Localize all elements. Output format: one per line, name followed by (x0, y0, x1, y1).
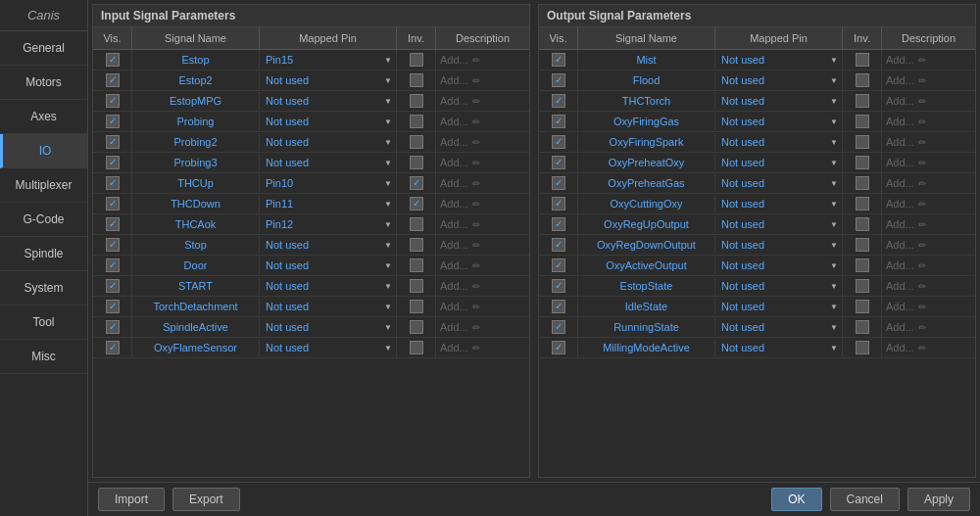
output-inv-checkbox-12[interactable] (856, 300, 869, 313)
input-edit-icon-4[interactable]: ✏ (472, 137, 480, 148)
output-inv-checkbox-6[interactable] (856, 176, 869, 190)
input-vis-checkbox-0[interactable] (106, 53, 120, 67)
sidebar-item-io[interactable]: IO (0, 134, 87, 168)
input-vis-checkbox-12[interactable] (106, 300, 120, 313)
output-inv-checkbox-1[interactable] (856, 73, 869, 87)
output-edit-icon-11[interactable]: ✏ (918, 281, 926, 292)
sidebar-item-misc[interactable]: Misc (0, 340, 87, 374)
input-inv-checkbox-13[interactable] (410, 320, 423, 334)
input-vis-checkbox-11[interactable] (106, 279, 120, 293)
output-pin-select-5[interactable]: Not used (719, 156, 828, 169)
output-vis-checkbox-7[interactable] (552, 197, 565, 211)
input-pin-select-8[interactable]: Pin12 (264, 217, 382, 231)
input-pin-select-4[interactable]: Not used (264, 135, 382, 149)
input-edit-icon-3[interactable]: ✏ (472, 117, 480, 127)
output-inv-checkbox-14[interactable] (856, 341, 869, 354)
sidebar-item-motors[interactable]: Motors (0, 66, 87, 100)
input-edit-icon-6[interactable]: ✏ (472, 178, 480, 189)
apply-button[interactable]: Apply (907, 488, 970, 511)
input-vis-checkbox-14[interactable] (106, 341, 120, 354)
input-vis-checkbox-9[interactable] (106, 238, 120, 252)
output-inv-checkbox-2[interactable] (856, 94, 869, 108)
output-vis-checkbox-3[interactable] (552, 115, 565, 128)
output-edit-icon-14[interactable]: ✏ (918, 343, 926, 353)
output-inv-checkbox-10[interactable] (856, 258, 869, 272)
output-pin-select-7[interactable]: Not used (719, 197, 828, 211)
output-pin-select-3[interactable]: Not used (719, 115, 828, 128)
output-edit-icon-2[interactable]: ✏ (918, 96, 926, 107)
export-button[interactable]: Export (172, 488, 240, 511)
sidebar-item-spindle[interactable]: Spindle (0, 237, 87, 271)
input-inv-checkbox-6[interactable] (410, 176, 423, 190)
output-vis-checkbox-12[interactable] (552, 300, 565, 313)
input-edit-icon-2[interactable]: ✏ (472, 96, 480, 107)
sidebar-item-general[interactable]: General (0, 31, 87, 66)
input-edit-icon-5[interactable]: ✏ (472, 158, 480, 168)
output-inv-checkbox-13[interactable] (856, 320, 869, 334)
input-pin-select-0[interactable]: Pin15 (264, 53, 382, 67)
input-pin-select-6[interactable]: Pin10 (264, 176, 382, 190)
input-edit-icon-8[interactable]: ✏ (472, 219, 480, 230)
input-inv-checkbox-11[interactable] (410, 279, 423, 293)
input-pin-select-9[interactable]: Not used (264, 238, 382, 252)
output-edit-icon-1[interactable]: ✏ (918, 75, 926, 86)
output-inv-checkbox-7[interactable] (856, 197, 869, 211)
output-pin-select-14[interactable]: Not used (719, 341, 828, 354)
output-pin-select-12[interactable]: Not used (719, 300, 828, 313)
input-inv-checkbox-2[interactable] (410, 94, 423, 108)
input-vis-checkbox-3[interactable] (106, 115, 120, 128)
input-vis-checkbox-5[interactable] (106, 156, 120, 169)
output-inv-checkbox-9[interactable] (856, 238, 869, 252)
input-pin-select-13[interactable]: Not used (264, 320, 382, 334)
input-inv-checkbox-3[interactable] (410, 115, 423, 128)
output-pin-select-0[interactable]: Not used (719, 53, 828, 67)
output-inv-checkbox-11[interactable] (856, 279, 869, 293)
input-inv-checkbox-10[interactable] (410, 258, 423, 272)
output-inv-checkbox-8[interactable] (856, 217, 869, 231)
output-edit-icon-6[interactable]: ✏ (918, 178, 926, 189)
input-vis-checkbox-13[interactable] (106, 320, 120, 334)
input-pin-select-12[interactable]: Not used (264, 300, 382, 313)
output-inv-checkbox-5[interactable] (856, 156, 869, 169)
input-pin-select-14[interactable]: Not used (264, 341, 382, 354)
input-pin-select-2[interactable]: Not used (264, 94, 382, 108)
output-pin-select-9[interactable]: Not used (719, 238, 828, 252)
input-edit-icon-9[interactable]: ✏ (472, 240, 480, 251)
output-vis-checkbox-14[interactable] (552, 341, 565, 354)
input-vis-checkbox-6[interactable] (106, 176, 120, 190)
input-inv-checkbox-4[interactable] (410, 135, 423, 149)
input-vis-checkbox-10[interactable] (106, 258, 120, 272)
output-edit-icon-8[interactable]: ✏ (918, 219, 926, 230)
import-button[interactable]: Import (98, 488, 165, 511)
output-pin-select-11[interactable]: Not used (719, 279, 828, 293)
input-inv-checkbox-7[interactable] (410, 197, 423, 211)
output-pin-select-13[interactable]: Not used (719, 320, 828, 334)
output-vis-checkbox-1[interactable] (552, 73, 565, 87)
input-edit-icon-12[interactable]: ✏ (472, 302, 480, 312)
input-inv-checkbox-8[interactable] (410, 217, 423, 231)
output-pin-select-8[interactable]: Not used (719, 217, 828, 231)
output-edit-icon-12[interactable]: ✏ (918, 302, 926, 312)
output-vis-checkbox-9[interactable] (552, 238, 565, 252)
input-inv-checkbox-14[interactable] (410, 341, 423, 354)
input-pin-select-7[interactable]: Pin11 (264, 197, 382, 211)
sidebar-item-tool[interactable]: Tool (0, 305, 87, 340)
input-inv-checkbox-5[interactable] (410, 156, 423, 169)
output-pin-select-4[interactable]: Not used (719, 135, 828, 149)
sidebar-item-gcode[interactable]: G-Code (0, 203, 87, 237)
input-edit-icon-10[interactable]: ✏ (472, 260, 480, 271)
output-edit-icon-4[interactable]: ✏ (918, 137, 926, 148)
output-pin-select-10[interactable]: Not used (719, 258, 828, 272)
ok-button[interactable]: OK (771, 488, 821, 511)
output-inv-checkbox-4[interactable] (856, 135, 869, 149)
input-pin-select-11[interactable]: Not used (264, 279, 382, 293)
output-vis-checkbox-6[interactable] (552, 176, 565, 190)
output-vis-checkbox-13[interactable] (552, 320, 565, 334)
input-inv-checkbox-0[interactable] (410, 53, 423, 67)
input-vis-checkbox-7[interactable] (106, 197, 120, 211)
output-vis-checkbox-5[interactable] (552, 156, 565, 169)
output-pin-select-2[interactable]: Not used (719, 94, 828, 108)
input-edit-icon-13[interactable]: ✏ (472, 322, 480, 333)
output-edit-icon-9[interactable]: ✏ (918, 240, 926, 251)
input-pin-select-5[interactable]: Not used (264, 156, 382, 169)
